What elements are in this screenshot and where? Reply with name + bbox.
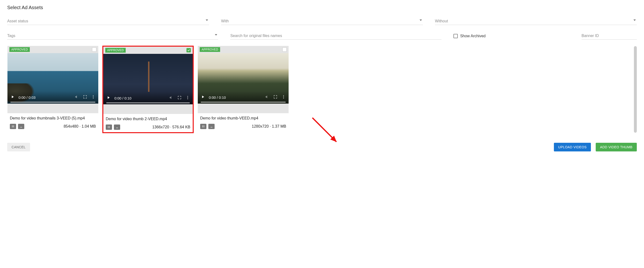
- asset-filename: Demo for video thumb 2-VEED.mp4: [106, 117, 190, 121]
- volume-icon[interactable]: [265, 95, 269, 100]
- video-progress[interactable]: [10, 102, 96, 103]
- with-label: With: [221, 19, 229, 23]
- svg-line-27: [312, 118, 336, 142]
- scrollbar[interactable]: [634, 46, 637, 133]
- download-icon[interactable]: [114, 124, 120, 130]
- download-icon[interactable]: [18, 124, 24, 129]
- show-archived-label: Show Archived: [460, 34, 486, 38]
- cancel-button[interactable]: CANCEL: [7, 143, 30, 152]
- asset-grid: APPROVED 0:00 / 0:03 Demo for video thum…: [7, 46, 637, 133]
- chevron-down-icon: [215, 34, 217, 36]
- svg-point-9: [188, 96, 188, 96]
- more-icon[interactable]: [91, 95, 96, 100]
- svg-rect-25: [204, 126, 204, 127]
- fullscreen-icon[interactable]: [83, 95, 87, 100]
- svg-rect-21: [202, 126, 203, 126]
- svg-point-1: [93, 96, 94, 97]
- svg-rect-22: [202, 126, 203, 127]
- asset-status-label: Asset status: [7, 19, 28, 23]
- asset-card[interactable]: APPROVED 0:00 / 0:03 Demo for video thum…: [7, 46, 98, 133]
- show-archived-checkbox[interactable]: [454, 34, 458, 38]
- banner-id-field[interactable]: Banner ID: [582, 32, 637, 40]
- svg-point-2: [93, 98, 94, 98]
- video-time-label: 0:00 / 0:10: [114, 96, 132, 100]
- asset-meta: 854x480 · 1.04 MB: [64, 124, 96, 128]
- svg-rect-15: [109, 126, 110, 127]
- asset-meta: 1366x720 · 576.64 KB: [152, 125, 190, 129]
- with-select[interactable]: With: [221, 18, 423, 25]
- tags-select[interactable]: Tags: [7, 32, 218, 40]
- svg-rect-3: [12, 126, 13, 126]
- select-checkbox[interactable]: [282, 47, 287, 52]
- status-badge: APPROVED: [105, 48, 126, 53]
- svg-rect-5: [12, 127, 13, 128]
- chevron-down-icon: [206, 20, 208, 21]
- without-select[interactable]: Without: [435, 18, 637, 25]
- asset-filename: Demo for video thumbnails 3-VEED (5).mp4: [10, 116, 96, 120]
- chevron-down-icon: [634, 20, 636, 21]
- svg-point-18: [283, 95, 284, 96]
- tags-label: Tags: [7, 34, 16, 38]
- details-icon[interactable]: [200, 124, 206, 129]
- svg-rect-16: [109, 127, 110, 128]
- page-title: Select Ad Assets: [7, 5, 637, 10]
- asset-card[interactable]: APPROVED 0:00 / 0:10 Demo for video thum…: [102, 46, 194, 133]
- svg-marker-28: [330, 136, 336, 142]
- video-thumbnail[interactable]: 0:00 / 0:03: [8, 53, 98, 104]
- svg-point-11: [188, 98, 188, 99]
- video-thumbnail[interactable]: 0:00 / 0:10: [198, 53, 288, 104]
- play-icon[interactable]: [201, 95, 205, 100]
- search-field[interactable]: [230, 32, 441, 40]
- download-icon[interactable]: [208, 124, 214, 129]
- svg-point-0: [93, 95, 94, 96]
- svg-rect-7: [13, 126, 14, 127]
- svg-rect-26: [204, 127, 204, 128]
- svg-rect-4: [12, 126, 13, 127]
- video-thumbnail[interactable]: 0:00 / 0:10: [103, 54, 193, 104]
- svg-rect-6: [13, 126, 14, 126]
- video-time-label: 0:00 / 0:03: [18, 96, 36, 100]
- video-progress[interactable]: [201, 102, 286, 103]
- svg-rect-23: [202, 127, 203, 128]
- add-video-thumb-button[interactable]: ADD VIDEO THUMB: [596, 143, 637, 152]
- svg-point-10: [188, 97, 188, 98]
- asset-status-select[interactable]: Asset status: [7, 18, 209, 25]
- asset-meta: 1280x720 · 1.37 MB: [252, 124, 286, 128]
- chevron-down-icon: [420, 20, 422, 21]
- svg-point-19: [283, 96, 284, 97]
- volume-icon[interactable]: [75, 95, 79, 100]
- status-badge: APPROVED: [9, 47, 30, 52]
- svg-point-20: [283, 98, 284, 98]
- fullscreen-icon[interactable]: [273, 95, 278, 100]
- status-badge: APPROVED: [200, 47, 220, 52]
- asset-filename: Demo for video thumb-VEED.mp4: [200, 116, 286, 120]
- svg-rect-17: [109, 128, 110, 128]
- svg-rect-8: [13, 127, 14, 128]
- svg-rect-24: [204, 126, 204, 126]
- volume-icon[interactable]: [169, 96, 174, 101]
- video-progress[interactable]: [106, 102, 190, 103]
- asset-card[interactable]: APPROVED 0:00 / 0:10 Demo for video thum…: [198, 46, 289, 133]
- svg-rect-13: [108, 127, 109, 128]
- banner-id-label: Banner ID: [582, 34, 599, 38]
- video-time-label: 0:00 / 0:10: [209, 96, 226, 100]
- search-input[interactable]: [230, 34, 441, 38]
- more-icon[interactable]: [186, 96, 190, 101]
- without-label: Without: [435, 19, 448, 23]
- select-checkbox[interactable]: [186, 48, 191, 52]
- play-icon[interactable]: [10, 95, 15, 100]
- details-icon[interactable]: [10, 124, 16, 129]
- select-checkbox[interactable]: [92, 47, 96, 52]
- more-icon[interactable]: [282, 95, 286, 100]
- fullscreen-icon[interactable]: [177, 96, 182, 101]
- svg-rect-14: [108, 128, 109, 128]
- play-icon[interactable]: [106, 96, 110, 101]
- upload-videos-button[interactable]: UPLOAD VIDEOS: [554, 143, 591, 152]
- svg-rect-12: [108, 126, 109, 127]
- details-icon[interactable]: [106, 124, 112, 130]
